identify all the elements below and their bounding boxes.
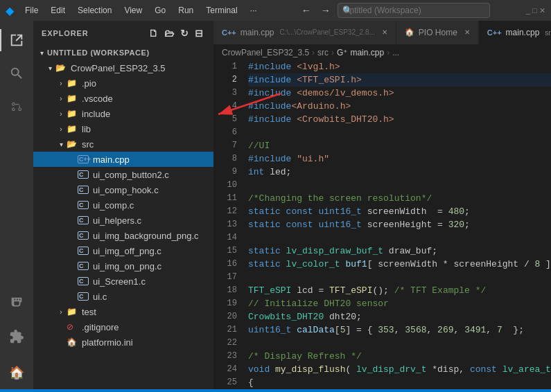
new-file-icon[interactable]: 🗋 xyxy=(147,26,160,40)
tree-item-vscode[interactable]: ›📁.vscode xyxy=(33,91,213,106)
code-line-15[interactable]: static lv_disp_draw_buf_t draw_buf; xyxy=(248,244,551,258)
menu-run[interactable]: Run xyxy=(173,4,199,17)
tree-item-src[interactable]: ▾📂src xyxy=(33,136,213,152)
code-line-16[interactable]: static lv_color_t buf1[ screenWidth * sc… xyxy=(248,258,551,271)
tab-label-1: main.cpp xyxy=(240,28,274,37)
folder-icon: 📁 xyxy=(67,93,78,103)
tree-item-ui_c[interactable]: C ui.c xyxy=(33,289,213,304)
tree-item-main-cpp[interactable]: C++main.cpp xyxy=(33,152,213,167)
editor: C++ main.cpp C:\...\CrowPanel_ESP32_2.8.… xyxy=(213,21,551,389)
tab-pio-home[interactable]: 🏠 PIO Home ✕ xyxy=(396,21,479,44)
tree-item-ui_comp[interactable]: C ui_comp.c xyxy=(33,197,213,213)
code-line-7[interactable]: //UI xyxy=(248,139,551,152)
search-input[interactable] xyxy=(338,3,490,18)
activity-source-control-icon[interactable] xyxy=(0,90,33,123)
line-number-23: 23 xyxy=(213,350,237,363)
code-line-2[interactable]: #include <TFT_eSPI.h> xyxy=(248,73,551,87)
code-line-14[interactable] xyxy=(248,231,551,244)
tree-arrow-vscode: › xyxy=(55,95,67,103)
breadcrumb: CrowPanel_ESP32_3.5 › src › G⁺ main.cpp … xyxy=(213,45,551,60)
breadcrumb-sep-1: › xyxy=(312,48,315,57)
tab-cpp-icon-1: C++ xyxy=(222,28,236,37)
new-folder-icon[interactable]: 🗁 xyxy=(163,26,176,40)
tree-label-main-cpp: main.cpp xyxy=(93,154,130,165)
tree-item-pio[interactable]: ›📁.pio xyxy=(33,75,213,91)
editor-content[interactable]: 1234567891011121314151617181920212223242… xyxy=(213,60,551,389)
code-line-9[interactable]: int led; xyxy=(248,166,551,179)
tree-item-ui_helpers[interactable]: C ui_helpers.c xyxy=(33,213,213,228)
tree-arrow-lib: › xyxy=(55,125,67,133)
tree-item-crow[interactable]: ▾📂CrowPanel_ESP32_3.5 xyxy=(33,60,213,75)
activity-debug-icon[interactable] xyxy=(0,287,33,320)
tree-item-ui_comp_hook[interactable]: C ui_comp_hook.c xyxy=(33,182,213,197)
breadcrumb-src[interactable]: src xyxy=(317,48,329,57)
line-numbers: 1234567891011121314151617181920212223242… xyxy=(213,60,243,389)
menu-selection[interactable]: Selection xyxy=(72,4,117,17)
tab-close-1[interactable]: ✕ xyxy=(382,28,387,36)
tree-item-lib[interactable]: ›📁lib xyxy=(33,121,213,136)
code-line-3[interactable]: #include <demos/lv_demos.h> xyxy=(248,87,551,100)
line-number-14: 14 xyxy=(213,231,237,244)
code-line-8[interactable]: #include "ui.h" xyxy=(248,152,551,166)
tree-item-ui_img_on[interactable]: C ui_img_on_png.c xyxy=(33,258,213,274)
nav-back-button[interactable]: ← xyxy=(299,5,314,16)
menu-more[interactable]: ··· xyxy=(245,4,263,17)
breadcrumb-main[interactable]: main.cpp xyxy=(350,48,384,57)
tree-item-ui_screen1[interactable]: C ui_Screen1.c xyxy=(33,274,213,289)
code-line-24[interactable]: void my_disp_flush( lv_disp_drv_t *disp,… xyxy=(248,363,551,376)
tree-item-gitignore[interactable]: ⊘.gitignore xyxy=(33,319,213,335)
tree-item-test[interactable]: ›📁test xyxy=(33,304,213,319)
code-line-12[interactable]: static const uint16_t screenWidth = 480; xyxy=(248,205,551,218)
code-line-25[interactable]: { xyxy=(248,376,551,389)
code-line-6[interactable] xyxy=(248,126,551,139)
code-line-11[interactable]: /*Changing the screen resolution*/ xyxy=(248,192,551,205)
nav-forward-button[interactable]: → xyxy=(318,5,333,16)
code-line-17[interactable] xyxy=(248,271,551,284)
code-area[interactable]: #include <lvgl.h>#include <TFT_eSPI.h>#i… xyxy=(243,60,551,389)
activity-extensions-icon[interactable] xyxy=(0,320,33,353)
activity-pio-icon[interactable]: 🏠 xyxy=(0,356,33,389)
tree-label-ui_img_background: ui_img_background_png.c xyxy=(93,231,199,241)
line-number-13: 13 xyxy=(213,218,237,231)
menu-view[interactable]: View xyxy=(119,4,148,17)
collapse-icon[interactable]: ⊟ xyxy=(193,26,205,40)
pio-icon: 🏠 xyxy=(67,337,78,347)
breadcrumb-more[interactable]: ... xyxy=(392,48,399,57)
code-line-1[interactable]: #include <lvgl.h> xyxy=(248,60,551,73)
tree-item-include[interactable]: ›📁include xyxy=(33,106,213,121)
code-line-5[interactable]: #include <Crowbits_DHT20.h> xyxy=(248,113,551,126)
breadcrumb-g[interactable]: G⁺ xyxy=(337,48,347,57)
menu-edit[interactable]: Edit xyxy=(45,4,71,17)
tab-main-cpp-1[interactable]: C++ main.cpp C:\...\CrowPanel_ESP32_2.8.… xyxy=(213,21,396,44)
tree-item-platformio[interactable]: 🏠platformio.ini xyxy=(33,335,213,350)
tree-items-container: ▾📂CrowPanel_ESP32_3.5›📁.pio›📁.vscode›📁in… xyxy=(33,60,213,350)
tab-main-cpp-2[interactable]: C++ main.cpp src ✕ xyxy=(479,21,551,44)
code-line-22[interactable] xyxy=(248,337,551,350)
code-line-19[interactable]: // Initialize DHT20 sensor xyxy=(248,297,551,310)
menu-terminal[interactable]: Terminal xyxy=(200,4,243,17)
tab-close-pio[interactable]: ✕ xyxy=(464,28,470,36)
code-line-4[interactable]: #include<Arduino.h> xyxy=(248,100,551,113)
activity-search-icon[interactable] xyxy=(0,57,33,90)
code-line-21[interactable]: uint16_t calData[5] = { 353, 3568, 269, … xyxy=(248,323,551,337)
code-line-13[interactable]: static const uint16_t screenHeight = 320… xyxy=(248,218,551,231)
tree-item-ui_img_background[interactable]: C ui_img_background_png.c xyxy=(33,228,213,243)
menu-file[interactable]: File xyxy=(19,4,44,17)
code-line-10[interactable] xyxy=(248,179,551,192)
tree-root[interactable]: ▾ UNTITLED (WORKSPACE) xyxy=(33,45,213,60)
refresh-icon[interactable]: ↻ xyxy=(179,26,191,40)
line-number-19: 19 xyxy=(213,297,237,310)
code-line-23[interactable]: /* Display Refresh */ xyxy=(248,350,551,363)
tree-label-pio: .pio xyxy=(82,78,96,89)
line-number-9: 9 xyxy=(213,166,237,179)
tab-bar: C++ main.cpp C:\...\CrowPanel_ESP32_2.8.… xyxy=(213,21,551,45)
activity-explorer-icon[interactable] xyxy=(0,24,33,57)
menu-go[interactable]: Go xyxy=(149,4,171,17)
tree-item-ui_comp_button2[interactable]: C ui_comp_button2.c xyxy=(33,167,213,182)
line-number-10: 10 xyxy=(213,179,237,192)
line-number-17: 17 xyxy=(213,271,237,284)
breadcrumb-root[interactable]: CrowPanel_ESP32_3.5 xyxy=(222,48,309,57)
tree-item-ui_img_off[interactable]: C ui_img_off_png.c xyxy=(33,243,213,258)
code-line-18[interactable]: TFT_eSPI lcd = TFT_eSPI(); /* TFT Exampl… xyxy=(248,284,551,297)
code-line-20[interactable]: Crowbits_DHT20 dht20; xyxy=(248,310,551,323)
